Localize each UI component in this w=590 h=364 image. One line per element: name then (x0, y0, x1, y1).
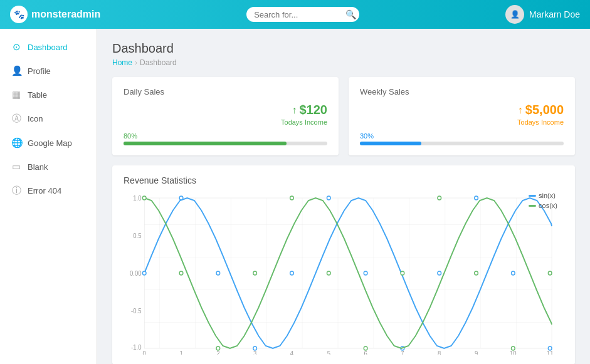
legend-sin: sin(x) (529, 192, 557, 199)
legend-sin-color (529, 195, 536, 197)
weekly-sales-sub: Todays Income (360, 118, 564, 126)
svg-text:-1.0: -1.0 (131, 344, 142, 351)
chart-svg: 1.0 0.5 0.00 -0.5 -1.0 0 1 2 3 4 5 6 7 8… (124, 192, 564, 355)
sidebar-label-google-map: Google Map (28, 138, 72, 148)
profile-icon: 👤 (11, 65, 21, 76)
daily-sales-progress-bg (124, 142, 327, 145)
svg-text:4: 4 (290, 350, 294, 355)
svg-point-22 (253, 346, 257, 350)
sidebar: ⊙ Dashboard 👤 Profile ▦ Table Ⓐ Icon 🌐 G… (0, 29, 97, 364)
table-icon: ▦ (11, 89, 21, 100)
svg-point-35 (290, 196, 294, 200)
brand-name: monsteradmin (31, 9, 100, 20)
legend-cos-label: cos(x) (539, 202, 557, 209)
daily-sales-value-row: ↑ $120 (124, 103, 327, 117)
svg-point-31 (142, 196, 146, 200)
svg-text:0.5: 0.5 (133, 232, 141, 239)
svg-text:5: 5 (327, 350, 330, 355)
weekly-sales-card: Weekly Sales ↑ $5,000 Todays Income 30% (349, 77, 575, 155)
svg-text:9: 9 (475, 350, 478, 355)
chart-title: Revenue Statistics (124, 175, 564, 185)
weekly-sales-progress-label: 30% (360, 132, 564, 140)
svg-text:8: 8 (438, 350, 441, 355)
daily-sales-progress-label: 80% (124, 132, 327, 140)
blank-icon: ▭ (11, 161, 21, 172)
sidebar-item-blank[interactable]: ▭ Blank (0, 155, 97, 179)
weekly-sales-progress-fill (360, 142, 421, 145)
svg-point-37 (364, 346, 367, 350)
svg-text:-0.5: -0.5 (131, 308, 141, 315)
svg-text:0.00: 0.00 (130, 270, 142, 277)
svg-point-29 (512, 271, 515, 275)
svg-point-32 (179, 271, 183, 275)
chart-container: sin(x) cos(x) (124, 192, 564, 355)
sidebar-item-icon[interactable]: Ⓐ Icon (0, 107, 97, 131)
daily-sales-progress-fill (124, 142, 287, 145)
svg-point-23 (290, 271, 294, 275)
svg-rect-0 (144, 198, 552, 348)
user-area: 👤 Markarn Doe (505, 5, 580, 24)
weekly-sales-value: $5,000 (525, 103, 564, 117)
avatar: 👤 (505, 5, 524, 24)
svg-point-40 (475, 271, 478, 275)
sidebar-item-dashboard[interactable]: ⊙ Dashboard (0, 35, 97, 59)
svg-point-41 (512, 346, 515, 350)
sidebar-label-error404: Error 404 (28, 186, 61, 195)
sidebar-item-profile[interactable]: 👤 Profile (0, 59, 97, 83)
svg-point-33 (216, 346, 220, 350)
daily-sales-title: Daily Sales (124, 87, 327, 96)
search-input[interactable] (254, 10, 342, 19)
svg-text:7: 7 (401, 350, 404, 355)
chart-card: Revenue Statistics sin(x) cos(x) (112, 165, 575, 364)
svg-point-36 (327, 271, 330, 275)
brand: 🐾 monsteradmin (10, 6, 100, 23)
svg-point-21 (216, 271, 220, 275)
weekly-sales-value-row: ↑ $5,000 (360, 103, 564, 117)
search-icon: 🔍 (345, 9, 356, 19)
daily-sales-card: Daily Sales ↑ $120 Todays Income 80% (112, 77, 339, 155)
daily-sales-sub: Todays Income (124, 118, 327, 126)
svg-point-25 (364, 271, 367, 275)
logo-icon: 🐾 (10, 6, 28, 23)
svg-text:1.0: 1.0 (133, 195, 142, 202)
svg-point-28 (475, 196, 478, 200)
breadcrumb: Home › Dashboard (112, 58, 575, 67)
sidebar-label-table: Table (28, 90, 47, 100)
sidebar-item-error404[interactable]: ⓘ Error 404 (0, 179, 97, 203)
dashboard-icon: ⊙ (11, 41, 21, 53)
legend-cos: cos(x) (529, 202, 557, 209)
svg-point-20 (179, 196, 183, 200)
weekly-sales-title: Weekly Sales (360, 87, 564, 96)
weekly-sales-progress-bg (360, 142, 564, 145)
sidebar-item-google-map[interactable]: 🌐 Google Map (0, 131, 97, 155)
search-box[interactable]: 🔍 (246, 7, 359, 22)
legend-sin-label: sin(x) (539, 192, 556, 199)
sidebar-label-icon: Icon (28, 114, 43, 123)
map-icon: 🌐 (11, 137, 21, 148)
cards-row: Daily Sales ↑ $120 Todays Income 80% Wee… (112, 77, 575, 155)
svg-point-39 (438, 196, 441, 200)
sidebar-label-blank: Blank (28, 162, 48, 172)
daily-sales-value: $120 (300, 103, 328, 117)
svg-point-19 (142, 271, 146, 275)
sidebar-label-profile: Profile (28, 66, 51, 76)
svg-point-24 (327, 196, 330, 200)
svg-text:6: 6 (364, 350, 367, 355)
svg-text:0: 0 (143, 350, 147, 355)
chart-legend: sin(x) cos(x) (529, 192, 557, 209)
breadcrumb-sep: › (135, 58, 137, 67)
sidebar-label-dashboard: Dashboard (28, 43, 68, 52)
main-layout: ⊙ Dashboard 👤 Profile ▦ Table Ⓐ Icon 🌐 G… (0, 29, 590, 364)
daily-sales-arrow: ↑ (292, 105, 297, 116)
breadcrumb-current: Dashboard (140, 58, 177, 67)
weekly-sales-arrow: ↑ (518, 105, 523, 116)
svg-text:3: 3 (253, 350, 256, 355)
svg-point-27 (438, 271, 441, 275)
breadcrumb-home[interactable]: Home (112, 58, 132, 67)
sidebar-item-table[interactable]: ▦ Table (0, 83, 97, 107)
svg-text:11: 11 (547, 350, 554, 355)
svg-text:10: 10 (510, 350, 517, 355)
content-area: Dashboard Home › Dashboard Daily Sales ↑… (97, 29, 590, 364)
svg-point-30 (548, 346, 552, 350)
page-title: Dashboard (112, 41, 575, 56)
